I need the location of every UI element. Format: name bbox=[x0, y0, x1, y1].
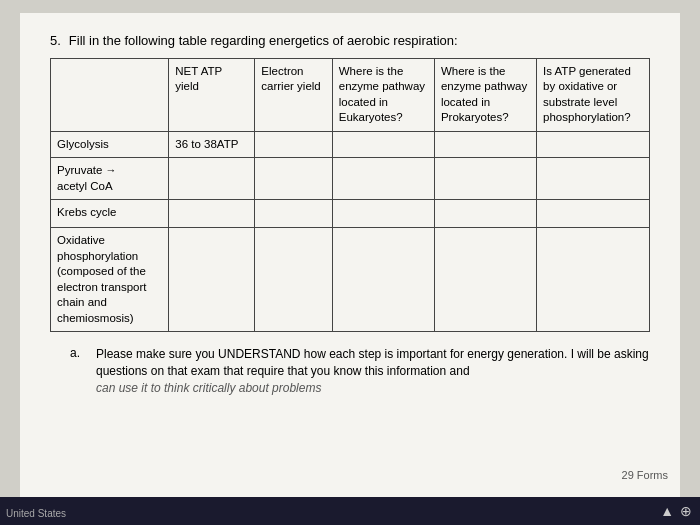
row-oxidative-label: Oxidative phosphorylation (composed of t… bbox=[51, 228, 169, 332]
row-oxidative-electron bbox=[255, 228, 332, 332]
header-atp-generated: Is ATP generated by oxidative or substra… bbox=[537, 58, 650, 131]
row-glycolysis-atp-gen bbox=[537, 131, 650, 158]
note-text-a: Please make sure you UNDERSTAND how each… bbox=[96, 346, 650, 380]
document-page: 5. Fill in the following table regarding… bbox=[20, 13, 680, 513]
table-row: Pyruvate →acetyl CoA bbox=[51, 158, 650, 200]
table-row: Krebs cycle bbox=[51, 200, 650, 228]
row-krebs-label: Krebs cycle bbox=[51, 200, 169, 228]
row-krebs-euk bbox=[332, 200, 434, 228]
header-prokaryote: Where is the enzyme pathway located in P… bbox=[434, 58, 536, 131]
header-eukaryote: Where is the enzyme pathway located in E… bbox=[332, 58, 434, 131]
taskbar: United States ▲ ⊕ bbox=[0, 497, 700, 525]
row-glycolysis-label: Glycolysis bbox=[51, 131, 169, 158]
header-electron-carrier: Electron carrier yield bbox=[255, 58, 332, 131]
taskbar-united-states: United States bbox=[6, 508, 66, 519]
row-pyruvate-prok bbox=[434, 158, 536, 200]
row-glycolysis-electron bbox=[255, 131, 332, 158]
note-text-a-continued: can use it to think critically about pro… bbox=[96, 380, 650, 397]
row-glycolysis-prok bbox=[434, 131, 536, 158]
row-krebs-prok bbox=[434, 200, 536, 228]
row-pyruvate-net-atp bbox=[169, 158, 255, 200]
row-pyruvate-euk bbox=[332, 158, 434, 200]
row-glycolysis-net-atp: 36 to 38ATP bbox=[169, 131, 255, 158]
row-pyruvate-atp-gen bbox=[537, 158, 650, 200]
row-oxidative-net-atp bbox=[169, 228, 255, 332]
row-pyruvate-electron bbox=[255, 158, 332, 200]
question-number: 5. bbox=[50, 33, 61, 48]
taskbar-icon-1: ▲ bbox=[660, 503, 674, 519]
table-row: Glycolysis 36 to 38ATP bbox=[51, 131, 650, 158]
row-glycolysis-euk bbox=[332, 131, 434, 158]
taskbar-icon-2: ⊕ bbox=[680, 503, 692, 519]
header-net-atp: NET ATP yield bbox=[169, 58, 255, 131]
respiration-table: NET ATP yield Electron carrier yield Whe… bbox=[50, 58, 650, 333]
row-pyruvate-label: Pyruvate →acetyl CoA bbox=[51, 158, 169, 200]
question-header: 5. Fill in the following table regarding… bbox=[50, 33, 650, 48]
footer-page-indicator: 29 Forms bbox=[622, 469, 668, 481]
note-item-a: a. Please make sure you UNDERSTAND how e… bbox=[70, 346, 650, 396]
table-row: Oxidative phosphorylation (composed of t… bbox=[51, 228, 650, 332]
notes-section: a. Please make sure you UNDERSTAND how e… bbox=[50, 346, 650, 396]
row-oxidative-euk bbox=[332, 228, 434, 332]
row-oxidative-atp-gen bbox=[537, 228, 650, 332]
question-text: Fill in the following table regarding en… bbox=[69, 33, 458, 48]
row-krebs-electron bbox=[255, 200, 332, 228]
row-oxidative-prok bbox=[434, 228, 536, 332]
row-krebs-net-atp bbox=[169, 200, 255, 228]
row-krebs-atp-gen bbox=[537, 200, 650, 228]
note-label-a: a. bbox=[70, 346, 88, 396]
header-row-label bbox=[51, 58, 169, 131]
